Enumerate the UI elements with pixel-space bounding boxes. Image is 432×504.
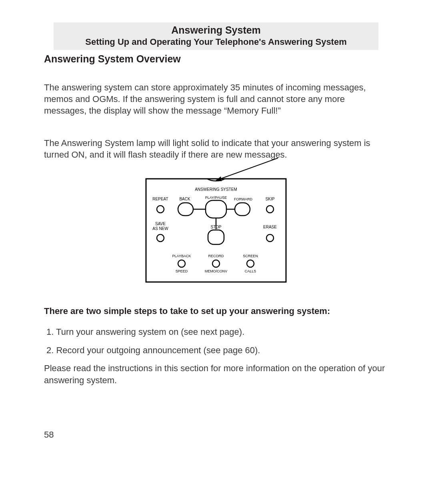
label-speed: SPEED xyxy=(176,269,188,273)
label-memo-conv: MEMO/CONV xyxy=(205,269,228,273)
paragraph-1: The answering system can store approxima… xyxy=(44,82,388,116)
button-repeat xyxy=(157,206,164,213)
button-record-memo xyxy=(212,260,220,267)
answering-system-diagram: ANSWERING SYSTEM REPEAT BACK PLAY/PAUSE … xyxy=(44,150,388,286)
label-screen: SCREEN xyxy=(243,254,258,258)
label-answering-system: ANSWERING SYSTEM xyxy=(195,187,237,192)
label-stop: STOP xyxy=(210,225,221,229)
label-skip: SKIP xyxy=(266,197,275,201)
button-play-pause xyxy=(206,200,226,218)
step-2: 2. Record your outgoing announcement (se… xyxy=(46,344,388,356)
button-skip xyxy=(266,206,274,213)
label-calls: CALLS xyxy=(245,269,256,273)
label-forward: FORWARD xyxy=(234,197,252,201)
header-subtitle: Setting Up and Operating Your Telephone'… xyxy=(57,36,375,48)
button-playback-speed xyxy=(178,260,185,267)
button-save-as-new xyxy=(157,234,164,242)
header-band: Answering System Setting Up and Operatin… xyxy=(54,22,378,50)
section-heading: Answering System Overview xyxy=(44,53,388,65)
step-1: 1. Turn your answering system on (see ne… xyxy=(46,326,388,338)
button-forward xyxy=(235,203,250,216)
button-erase xyxy=(266,234,274,242)
label-as-new: AS NEW xyxy=(152,226,168,231)
label-back: BACK xyxy=(179,197,190,201)
button-screen-calls xyxy=(247,260,254,267)
button-back xyxy=(178,203,193,216)
page-number: 58 xyxy=(44,430,54,440)
label-repeat: REPEAT xyxy=(152,197,168,201)
steps-heading: There are two simple steps to take to se… xyxy=(44,306,388,316)
label-record: RECORD xyxy=(208,254,224,258)
label-erase: ERASE xyxy=(263,225,277,229)
manual-page: Answering System Setting Up and Operatin… xyxy=(0,0,432,504)
label-play-pause: PLAY/PAUSE xyxy=(205,196,227,200)
svg-line-0 xyxy=(216,158,278,180)
label-playback: PLAYBACK xyxy=(172,254,191,258)
button-stop xyxy=(208,230,224,244)
label-save: SAVE xyxy=(155,222,166,226)
paragraph-3: Please read the instructions in this sec… xyxy=(44,362,388,386)
header-title: Answering System xyxy=(57,24,375,36)
